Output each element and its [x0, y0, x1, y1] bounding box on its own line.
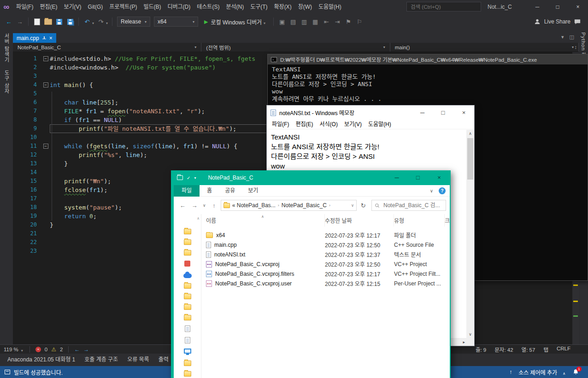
column-header-1[interactable]: 수정한 날짜: [325, 214, 394, 227]
scroll-right-icon[interactable]: ▸: [463, 340, 465, 344]
undo-dropdown-icon[interactable]: ▾: [92, 21, 94, 25]
quick-access-check-icon[interactable]: ✓: [187, 175, 190, 180]
panel-tab[interactable]: Anaconda 2021.05 대화형 1: [3, 354, 80, 366]
fold-margin[interactable]: −: [41, 142, 50, 151]
line-number[interactable]: 7: [13, 107, 41, 116]
scroll-up-icon[interactable]: ∧: [197, 216, 200, 221]
fold-margin[interactable]: −: [41, 54, 50, 63]
scroll-down-icon[interactable]: ∨: [466, 332, 474, 337]
vs-menu-item[interactable]: 빌드(B): [140, 0, 164, 14]
close-tab-icon[interactable]: ×: [49, 35, 53, 41]
vs-menu-item[interactable]: 편집(E): [36, 0, 60, 14]
new-file-icon[interactable]: [32, 17, 42, 27]
folder-nav-icon[interactable]: [184, 371, 191, 377]
forward-button[interactable]: →: [189, 202, 200, 209]
solution-configuration-dropdown[interactable]: Release ▾: [117, 17, 150, 27]
minimize-button[interactable]: ─: [412, 105, 433, 120]
pin-icon[interactable]: [42, 36, 46, 40]
vs-menu-item[interactable]: 창(W): [295, 0, 315, 14]
address-bar[interactable]: « NotePad_Bas...›NotePad_Basic_C› ∨: [221, 200, 357, 211]
warning-count[interactable]: 2: [60, 347, 63, 352]
ribbon-tab-file[interactable]: 파일: [174, 185, 200, 197]
maximize-button[interactable]: □: [547, 0, 568, 14]
search-input[interactable]: [410, 4, 482, 10]
document-list-icon[interactable]: ▾: [561, 34, 564, 40]
folder-nav-icon[interactable]: [184, 315, 191, 320]
line-number[interactable]: 12: [13, 151, 41, 159]
collapse-icon[interactable]: −: [43, 56, 48, 61]
maximize-button[interactable]: □: [407, 170, 429, 185]
column-header-3[interactable]: 크기: [445, 214, 450, 227]
line-number[interactable]: 11: [13, 142, 41, 151]
ribbon-tab-3[interactable]: 보기: [241, 185, 265, 197]
tab-main-cpp[interactable]: main.cpp ×: [13, 33, 56, 43]
line-number[interactable]: 6: [13, 98, 41, 107]
address-segment[interactable]: NotePad_Basic_C: [282, 202, 327, 209]
navigate-backward-icon[interactable]: ←: [4, 17, 14, 27]
line-number[interactable]: 13: [13, 159, 41, 168]
bookmark-list-icon[interactable]: ⚐: [354, 17, 365, 27]
folder-nav-icon[interactable]: [184, 229, 191, 234]
scroll-up-icon[interactable]: ∧: [466, 131, 474, 136]
notepad-menu-item[interactable]: 보기(V): [341, 120, 365, 129]
close-button[interactable]: ×: [429, 170, 450, 185]
notepad-menu-item[interactable]: 편집(E): [292, 120, 316, 129]
folder-nav-icon[interactable]: [184, 304, 191, 310]
float-tab-icon[interactable]: ◫: [570, 34, 574, 40]
red-nav-icon[interactable]: [184, 261, 190, 267]
cursor-line-indicator[interactable]: 줄: 9: [476, 346, 486, 353]
line-ending-indicator[interactable]: CRLF: [557, 346, 570, 353]
solution-platform-dropdown[interactable]: x64 ▾: [154, 17, 198, 27]
navigate-back-icon[interactable]: ←: [74, 346, 80, 353]
panel-tab[interactable]: 오류 목록: [123, 354, 154, 366]
line-number[interactable]: 3: [13, 72, 41, 81]
chevron-up-icon[interactable]: ∧: [563, 372, 565, 376]
minimize-button[interactable]: ─: [527, 0, 547, 14]
vs-menu-item[interactable]: 테스트(S): [194, 0, 223, 14]
line-number[interactable]: 8: [13, 116, 41, 124]
vs-menu-item[interactable]: 보기(V): [60, 0, 84, 14]
scrollbar-thumb[interactable]: [467, 138, 473, 180]
cursor-character-indicator[interactable]: 문자: 42: [494, 346, 513, 353]
up-button[interactable]: ↑: [209, 202, 219, 209]
folder-nav-icon[interactable]: [184, 250, 191, 256]
console-output[interactable]: TextANSI노트를 ANSI로 저장하면 한글도 가능!다른이름으로 저장 …: [268, 64, 588, 104]
folder-nav-icon[interactable]: [184, 239, 191, 245]
camera-icon[interactable]: ▤: [288, 17, 298, 27]
navigate-forward-icon[interactable]: →: [15, 17, 25, 27]
panel-tab[interactable]: 호출 계층 구조: [80, 354, 123, 366]
file-row[interactable]: NotePad_Basic_C.vcxproj.user2022-07-23 오…: [201, 279, 450, 288]
warning-count-icon[interactable]: ⚠: [51, 346, 56, 353]
breadcrumb-segment[interactable]: (전역 범위)▾: [201, 43, 390, 52]
redo-dropdown-icon[interactable]: ▾: [106, 21, 108, 25]
cursor-column-indicator[interactable]: 열: 57: [522, 346, 535, 353]
notepad-menu-item[interactable]: 파일(F): [269, 120, 292, 129]
vs-menu-item[interactable]: 도움말(H): [315, 0, 345, 14]
line-number[interactable]: 2: [13, 63, 41, 72]
notepad-menu-item[interactable]: 서식(O): [316, 120, 341, 129]
folder-nav-icon[interactable]: [184, 294, 191, 299]
breadcrumb-segment[interactable]: main()▾: [390, 43, 579, 52]
line-number[interactable]: 18: [13, 203, 41, 212]
start-debugging-button[interactable]: ▶ 로컬 Windows 디버거 ▾: [200, 18, 270, 26]
file-row[interactable]: main.cpp2022-07-23 오후 12:50C++ Source Fi…: [201, 240, 450, 250]
line-number[interactable]: 23: [13, 247, 41, 256]
open-folder-icon[interactable]: [43, 17, 53, 27]
error-count-icon[interactable]: ×: [35, 347, 41, 352]
file-row[interactable]: NotePad_Basic_C.vcxproj.filters2022-07-2…: [201, 269, 450, 279]
doc-nav-icon[interactable]: [185, 337, 190, 343]
close-button[interactable]: ×: [568, 0, 588, 14]
line-number[interactable]: 17: [13, 194, 41, 203]
navigate-forward-icon[interactable]: →: [83, 346, 89, 353]
notepad-menu-item[interactable]: 도움말(H): [365, 120, 394, 129]
vs-menu-item[interactable]: 도구(T): [247, 0, 270, 14]
zoom-level[interactable]: 119 %: [4, 347, 18, 352]
column-header-2[interactable]: 유형: [394, 214, 445, 227]
line-number[interactable]: 22: [13, 238, 41, 247]
zoom-dropdown-icon[interactable]: ▾: [21, 349, 23, 353]
explorer-search-box[interactable]: [371, 200, 446, 211]
notepad-title-bar[interactable]: noteANSI.txt - Windows 메모장 ─ □ ×: [267, 105, 474, 120]
quick-access-caret-icon[interactable]: ▾: [194, 176, 196, 180]
vs-menu-item[interactable]: 프로젝트(P): [106, 0, 140, 14]
vs-menu-item[interactable]: 파일(F): [13, 0, 36, 14]
